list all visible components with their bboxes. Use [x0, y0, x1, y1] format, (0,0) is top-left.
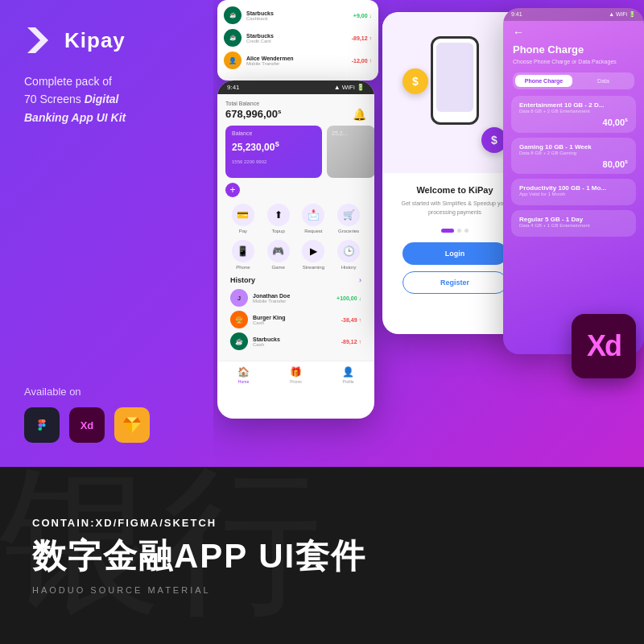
sketch-icon[interactable]: [114, 407, 150, 443]
phone5-item-1: Entertainment 10 GB - 2 D... Data 8 GB +…: [511, 96, 636, 133]
screens-area: ☕ Starbucks Cashback +9,00 ↓ ☕ Starbucks…: [213, 0, 644, 467]
history-amount-3: -89,12 ↑: [341, 339, 361, 345]
phone5-item-2: Gaming 10 GB - 1 Week Data 8 GB + 2 GB G…: [511, 138, 636, 175]
phone5-item-price-1: 40,00s: [519, 117, 628, 127]
pay-action[interactable]: 💳 Pay: [232, 204, 254, 233]
available-on: Available on Xd: [24, 386, 189, 443]
phone5-item-3: Productivity 100 GB - 1 Mo... App Valid …: [511, 179, 636, 205]
figma-icon[interactable]: [24, 407, 60, 443]
balance-label: Total Balance: [225, 101, 366, 106]
phone-bottom-nav: 🏠 Home 🎁 Promo 👤 Profile: [217, 361, 374, 387]
card-number: 1556 2200 9902: [232, 159, 316, 164]
top-section: Kipay Complete pack of 70 Screens Digita…: [0, 0, 644, 467]
nav-profile[interactable]: 👤 Profile: [342, 366, 354, 384]
bottom-section: CONTAIN:XD/FIGMA/SKETCH 数字金融APP UI套件 HAO…: [0, 467, 644, 644]
request-action[interactable]: 📩 Request: [302, 204, 324, 233]
nav-promo[interactable]: 🎁 Promo: [290, 366, 302, 384]
nav-home-label: Home: [238, 379, 249, 384]
home-icon: 🏠: [237, 366, 250, 378]
left-panel: Kipay Complete pack of 70 Screens Digita…: [0, 0, 213, 467]
profile-icon: 👤: [342, 366, 354, 378]
action-icons-row1: 💳 Pay ⬆ Topup 📩 Request 🛒 Groceries: [225, 204, 366, 233]
chinese-title: 数字金融APP UI套件: [32, 534, 612, 579]
phone5-item-name-2: Gaming 10 GB - 1 Week: [519, 143, 628, 151]
jonathan-avatar: J: [230, 289, 248, 307]
trans-item-3: 👤 Alice Wendermen Mobile Transfer -12,00…: [224, 52, 372, 69]
nav-home[interactable]: 🏠 Home: [237, 366, 250, 384]
alice-avatar: 👤: [224, 52, 242, 69]
phone-icon: 📱: [232, 240, 254, 262]
game-label: Game: [271, 265, 284, 270]
trans-sub-1: Cashback: [246, 16, 349, 21]
phone5-item-sub-1: Data 8 GB + 2 GB Entertainment: [519, 109, 628, 114]
transactions-strip: ☕ Starbucks Cashback +9,00 ↓ ☕ Starbucks…: [217, 0, 378, 80]
history-action[interactable]: 🕒 History: [337, 240, 360, 270]
trans-sub-3: Mobile Transfer: [246, 61, 347, 66]
welcome-title: Welcome to KiPay: [416, 185, 493, 195]
phone-screen: [436, 43, 473, 112]
phone5-item-sub-2: Data 8 GB + 2 GB Gaming: [519, 151, 628, 155]
login-button[interactable]: Login: [402, 242, 507, 265]
card-amount: 25,230,00s: [232, 139, 316, 153]
phone5-item-list: Entertainment 10 GB - 2 D... Data 8 GB +…: [503, 96, 644, 237]
phone5-tab-charge[interactable]: Phone Charge: [515, 75, 572, 87]
welcome-sub: Get started with Simplifies & Speedup yo…: [394, 200, 515, 217]
status-time-5: 9:41: [511, 11, 522, 18]
history-icon: 🕒: [337, 240, 360, 262]
streaming-label: Streaming: [303, 265, 324, 270]
game-action[interactable]: 🎮 Game: [267, 240, 290, 270]
streaming-icon: ▶: [302, 240, 324, 262]
history-action-label: History: [341, 265, 357, 270]
history-name-2: Burger King: [253, 315, 336, 320]
topup-action[interactable]: ⬆ Topup: [267, 204, 290, 233]
topup-icon: ⬆: [267, 204, 290, 226]
tagline: Complete pack of 70 Screens Digital Bank…: [24, 72, 189, 126]
burger-king-avatar: 🍔: [230, 311, 248, 328]
page-dots: [441, 229, 469, 233]
balance-amount: 678,996,00s: [225, 108, 282, 120]
phone-content-1: Total Balance 678,996,00s 🔔 Balance 25,2…: [217, 94, 374, 361]
history-arrow[interactable]: ›: [359, 276, 361, 284]
promo-icon: 🎁: [290, 366, 302, 378]
register-button[interactable]: Register: [402, 271, 507, 294]
starbucks-logo-1: ☕: [224, 6, 242, 24]
phone5-item-sub-3: App Valid for 1 Month: [519, 192, 628, 196]
trans-sub-2: Credit Card: [246, 39, 347, 43]
status-time-1: 9:41: [227, 84, 240, 91]
streaming-action[interactable]: ▶ Streaming: [302, 240, 324, 270]
phone5-item-sub-4: Data 4 GB + 1 GB Entertainment: [519, 223, 628, 228]
history-section: History › J Jonathan Doe Mobile Transfer…: [225, 276, 366, 350]
contain-text: CONTAIN:XD/FIGMA/SKETCH: [32, 517, 612, 529]
notification-icon[interactable]: 🔔: [353, 108, 366, 121]
phone-outline: [431, 36, 479, 125]
platform-icons: Xd: [24, 407, 189, 443]
source-text: HAODUO SOURCE MATERIAL: [32, 585, 612, 595]
phone-label: Phone: [236, 265, 250, 270]
trans-item-1: ☕ Starbucks Cashback +9,00 ↓: [224, 6, 372, 24]
groceries-action[interactable]: 🛒 Groceries: [337, 204, 360, 233]
pay-label: Pay: [239, 229, 247, 233]
adobe-xd-badge: Xd: [572, 314, 636, 378]
phone5-tabs: Phone Charge Data: [513, 72, 634, 89]
trans-amount-1: +9,00 ↓: [353, 13, 372, 19]
second-card: 25,2...: [327, 126, 374, 178]
phone5-back-button[interactable]: ←: [503, 21, 644, 43]
dot-2: [464, 229, 469, 233]
phone5-item-price-2: 80,00s: [519, 159, 628, 169]
add-button[interactable]: +: [225, 183, 240, 197]
action-icons-row2: 📱 Phone 🎮 Game ▶ Streaming 🕒 History: [225, 240, 366, 270]
phone5-item-name-3: Productivity 100 GB - 1 Mo...: [519, 184, 628, 192]
trans-item-2: ☕ Starbucks Credit Card -89,12 ↑: [224, 29, 372, 47]
history-name-1: Jonathan Doe: [253, 293, 332, 299]
topup-label: Topup: [271, 229, 284, 233]
phone-action[interactable]: 📱 Phone: [232, 240, 254, 270]
xd-platform-icon[interactable]: Xd: [69, 407, 105, 443]
trans-name-2: Starbucks: [246, 33, 347, 39]
history-sub-1: Mobile Transfer: [253, 299, 332, 303]
trans-name-3: Alice Wendermen: [246, 56, 347, 61]
history-sub-3: Cash: [253, 342, 336, 347]
history-name-wrap-2: Burger King Cash: [253, 315, 336, 325]
trans-name-1: Starbucks: [246, 10, 349, 16]
phone5-tab-data[interactable]: Data: [575, 75, 632, 87]
starbucks-logo-2: ☕: [224, 29, 242, 47]
